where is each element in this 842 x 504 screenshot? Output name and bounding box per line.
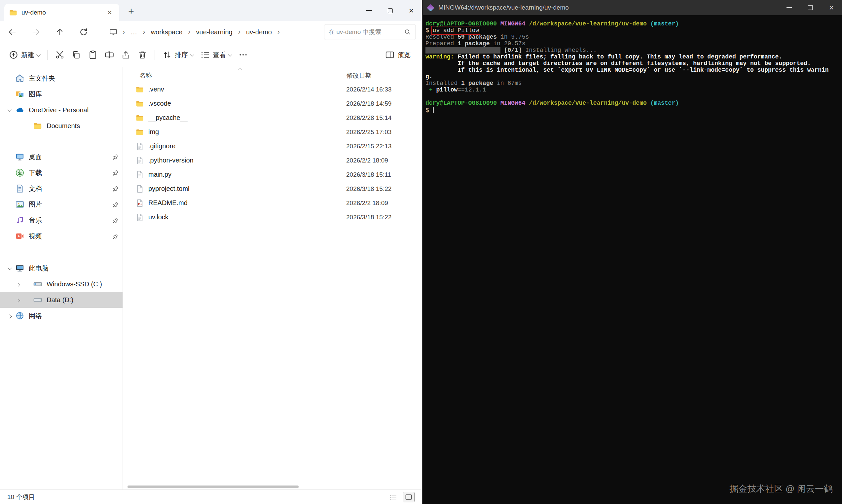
terminal-maximize-button[interactable]	[800, 0, 821, 15]
terminal-close-button[interactable]: ×	[821, 0, 842, 15]
up-button[interactable]	[52, 24, 67, 40]
refresh-button[interactable]	[76, 24, 91, 40]
pin-icon	[112, 185, 119, 192]
maximize-button[interactable]	[379, 0, 401, 21]
details-view-button[interactable]	[388, 492, 399, 502]
sidebar-item-this-pc[interactable]: 此电脑	[0, 260, 123, 276]
breadcrumb-item[interactable]: …	[130, 27, 138, 37]
folder-icon	[33, 121, 42, 130]
file-row[interactable]: .python-version2026/2/2 18:09	[123, 153, 422, 167]
view-label: 查看	[213, 51, 226, 59]
file-name-cell: uv.lock	[136, 213, 346, 222]
maximize-icon	[388, 8, 393, 13]
sidebar-item-label: 网络	[29, 311, 42, 320]
forward-icon	[31, 28, 41, 37]
file-row[interactable]: img2026/2/25 17:03	[123, 125, 422, 139]
view-button[interactable]: 查看	[197, 47, 235, 63]
file-row[interactable]: README.md2026/2/2 18:09	[123, 196, 422, 210]
more-options-button[interactable]	[235, 47, 251, 63]
search-input[interactable]	[328, 29, 404, 36]
terminal-output[interactable]: dcry@LAPTOP-OG8IO090 MINGW64 /d/workspac…	[423, 15, 842, 504]
sidebar-item-onedrive-documents[interactable]: Documents	[0, 118, 123, 134]
desktop-icon	[15, 152, 24, 162]
terminal-minimize-button[interactable]	[778, 0, 800, 15]
breadcrumb-item[interactable]: workspace	[150, 27, 183, 37]
horizontal-scrollbar[interactable]	[127, 486, 415, 488]
new-tab-button[interactable]: +	[124, 4, 138, 18]
new-button[interactable]: 新建	[5, 47, 43, 63]
folder-icon	[136, 114, 144, 122]
sidebar-item-label: 桌面	[29, 152, 42, 162]
column-header-date-modified[interactable]: 修改日期	[343, 71, 372, 80]
sidebar-item-windows-ssd-c[interactable]: Windows-SSD (C:)	[0, 276, 123, 292]
breadcrumb-item[interactable]: uv-demo	[246, 27, 272, 37]
sidebar-item-network[interactable]: 网络	[0, 308, 123, 324]
sidebar-item-downloads[interactable]: 下载	[0, 165, 123, 181]
sidebar-item-data-d[interactable]: Data (D:)	[0, 292, 123, 308]
breadcrumb: ›…›workspace›vue-learning›uv-demo›	[109, 27, 324, 37]
sidebar-item-pictures[interactable]: 图片	[0, 197, 123, 212]
file-row[interactable]: .gitignore2026/2/15 22:13	[123, 139, 422, 153]
sidebar-item-home[interactable]: 主文件夹	[0, 70, 123, 86]
pin-icon	[112, 233, 119, 240]
close-button[interactable]: ×	[401, 0, 422, 21]
file-date-modified: 2026/3/18 15:22	[346, 185, 391, 193]
sidebar-item-videos[interactable]: 视频	[0, 228, 123, 244]
large-icons-view-icon	[405, 493, 413, 501]
back-button[interactable]	[5, 24, 20, 40]
sidebar-item-gallery[interactable]: 图库	[0, 86, 123, 102]
chevron-down-icon[interactable]	[4, 267, 15, 270]
paste-button[interactable]	[85, 47, 101, 63]
file-row[interactable]: pyproject.toml2026/3/18 15:22	[123, 182, 422, 196]
search-box[interactable]	[324, 24, 416, 40]
copy-button[interactable]	[68, 47, 85, 63]
folder-icon	[136, 100, 144, 108]
date-column-label: 修改日期	[346, 71, 372, 80]
file-date-modified: 2026/2/18 14:59	[346, 100, 391, 107]
chevron-right-icon[interactable]	[4, 314, 15, 318]
sidebar-item-desktop[interactable]: 桌面	[0, 149, 123, 165]
file-name-cell: .python-version	[136, 156, 346, 165]
share-button[interactable]	[118, 47, 134, 63]
horizontal-scrollbar-thumb[interactable]	[127, 486, 299, 488]
sidebar-item-onedrive[interactable]: OneDrive - Personal	[0, 102, 123, 118]
navigation-bar: ›…›workspace›vue-learning›uv-demo›	[0, 21, 422, 43]
file-row[interactable]: main.py2026/3/18 15:11	[123, 167, 422, 182]
column-header-name[interactable]: 名称	[139, 71, 346, 80]
item-count: 10 个项目	[7, 493, 35, 501]
file-row[interactable]: __pycache__2026/2/28 15:14	[123, 111, 422, 125]
tab-close-icon[interactable]: ×	[105, 7, 114, 18]
rename-button[interactable]	[101, 47, 118, 63]
sidebar-item-music[interactable]: 音乐	[0, 212, 123, 228]
sort-button[interactable]: 排序	[159, 47, 197, 63]
preview-button[interactable]: 预览	[381, 47, 416, 63]
toolbar-separator	[47, 50, 48, 60]
forward-button[interactable]	[29, 24, 43, 40]
chevron-right-icon[interactable]	[15, 283, 33, 286]
explorer-tab-uv-demo[interactable]: uv-demo ×	[4, 4, 119, 21]
file-row[interactable]: .venv2026/2/14 16:33	[123, 82, 422, 96]
preview-icon	[385, 50, 395, 60]
file-row[interactable]: .vscode2026/2/18 14:59	[123, 96, 422, 111]
file-name: .venv	[148, 86, 164, 93]
terminal-line: + pillow==12.1.1	[426, 87, 842, 93]
cut-button[interactable]	[52, 47, 68, 63]
chevron-right-icon[interactable]	[15, 299, 33, 302]
chevron-down-icon	[37, 54, 40, 56]
file-icon	[136, 170, 144, 179]
minimize-button[interactable]	[358, 0, 379, 21]
mingw64-terminal-window: MINGW64:/d/workspace/vue-learning/uv-dem…	[423, 0, 842, 504]
search-icon	[404, 28, 412, 36]
large-icons-view-button[interactable]	[403, 492, 415, 502]
network-icon	[15, 311, 24, 320]
minimize-icon	[787, 7, 792, 8]
file-row[interactable]: uv.lock2026/3/18 15:22	[123, 210, 422, 224]
file-name: .python-version	[148, 157, 194, 164]
sidebar-item-label: Documents	[47, 122, 80, 130]
delete-button[interactable]	[134, 47, 150, 63]
breadcrumb-item[interactable]: vue-learning	[196, 27, 233, 37]
chevron-down-icon[interactable]	[4, 109, 15, 112]
sidebar-item-documents[interactable]: 文档	[0, 181, 123, 197]
more-icon	[238, 50, 248, 60]
sidebar-item-label: 文档	[29, 184, 42, 193]
